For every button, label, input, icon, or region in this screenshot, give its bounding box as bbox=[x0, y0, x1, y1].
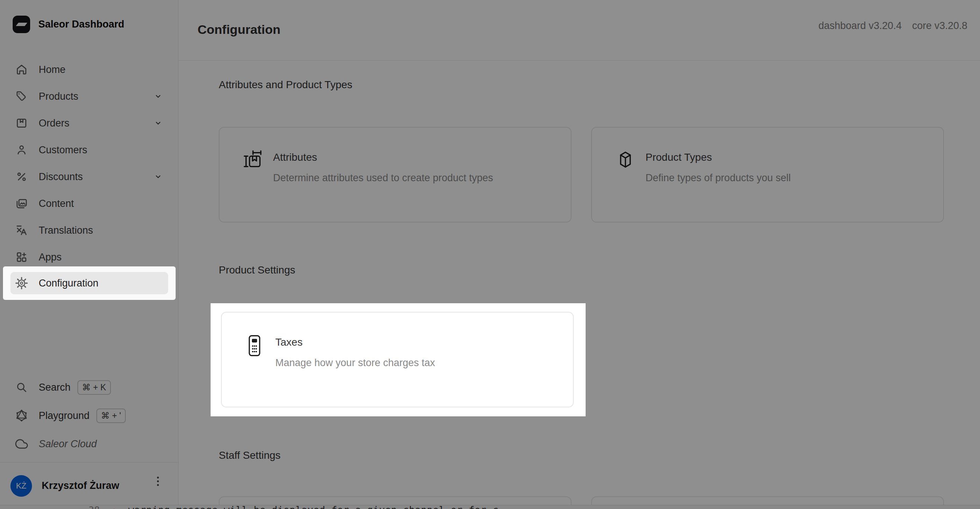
cube-icon bbox=[615, 149, 637, 222]
card-taxes[interactable]: Taxes Manage how your store charges tax bbox=[221, 312, 574, 407]
user-menu[interactable]: KŻ Krzysztof Żuraw bbox=[0, 462, 178, 509]
search-label: Search bbox=[39, 382, 71, 393]
sidebar-item-label: Products bbox=[39, 91, 78, 102]
saleor-cloud-label: Saleor Cloud bbox=[39, 438, 97, 450]
taxes-spotlight: Taxes Manage how your store charges tax bbox=[211, 303, 585, 416]
sidebar-nav: Home Products Orders bbox=[0, 56, 178, 300]
chevron-down-icon[interactable] bbox=[154, 119, 162, 127]
section-title-product-settings: Product Settings bbox=[219, 264, 295, 276]
sidebar-item-label: Home bbox=[39, 64, 65, 76]
chevron-down-icon[interactable] bbox=[154, 173, 162, 180]
tag-icon bbox=[15, 90, 28, 103]
sidebar-item-label: Apps bbox=[39, 251, 62, 263]
warning-icon: ⚠ bbox=[111, 504, 116, 509]
calculator-icon bbox=[245, 334, 267, 407]
version-info: dashboard v3.20.4 core v3.20.8 bbox=[819, 20, 967, 32]
sidebar-item-content[interactable]: Content bbox=[0, 190, 178, 217]
person-icon bbox=[15, 143, 28, 157]
card-product-types[interactable]: Product Types Define types of products y… bbox=[591, 127, 944, 223]
brand-name: Saleor Dashboard bbox=[38, 19, 124, 30]
card-attributes[interactable]: Attributes Determine attributes used to … bbox=[219, 127, 571, 223]
card-description: Define types of products you sell bbox=[646, 172, 791, 183]
sidebar-item-label: Orders bbox=[39, 118, 70, 129]
search-button[interactable]: Search ⌘ + K bbox=[0, 373, 178, 401]
card-title: Product Types bbox=[646, 151, 791, 163]
page-title: Configuration bbox=[197, 22, 280, 37]
sidebar-item-home[interactable]: Home bbox=[0, 56, 178, 83]
sidebar-item-products[interactable]: Products bbox=[0, 83, 178, 110]
sidebar-item-discounts[interactable]: Discounts bbox=[0, 163, 178, 190]
sidebar-item-label: Customers bbox=[39, 144, 88, 156]
sidebar-item-customers[interactable]: Customers bbox=[0, 137, 178, 163]
translate-icon bbox=[15, 224, 28, 237]
sidebar-item-label: Configuration bbox=[39, 278, 99, 289]
card-description: Determine attributes used to create prod… bbox=[273, 172, 493, 183]
sidebar-item-orders[interactable]: Orders bbox=[0, 110, 178, 137]
playground-label: Playground bbox=[39, 410, 90, 422]
search-icon bbox=[15, 381, 28, 394]
package-icon bbox=[15, 116, 28, 130]
percent-icon bbox=[15, 170, 28, 183]
sidebar-item-translations[interactable]: Translations bbox=[0, 217, 178, 244]
cloud-icon bbox=[15, 437, 28, 450]
sidebar-utilities: Search ⌘ + K Playground ⌘ + ' Saleor Clo… bbox=[0, 373, 178, 458]
playground-button[interactable]: Playground ⌘ + ' bbox=[0, 401, 178, 430]
dashboard-version: dashboard v3.20.4 bbox=[819, 20, 902, 32]
bottom-clipped-content: 38 ⚠ warning message will be displayed f… bbox=[0, 505, 980, 509]
playground-shortcut-badge: ⌘ + ' bbox=[96, 409, 126, 423]
strip-text: warning message will be displayed for a … bbox=[128, 504, 498, 509]
saleor-cloud-link[interactable]: Saleor Cloud bbox=[0, 430, 178, 458]
sidebar-item-label: Content bbox=[39, 198, 74, 210]
chevron-down-icon[interactable] bbox=[154, 93, 162, 100]
sidebar-item-configuration[interactable]: Configuration bbox=[10, 272, 168, 294]
section-title-attributes-product-types: Attributes and Product Types bbox=[219, 79, 352, 91]
gear-icon bbox=[15, 277, 28, 290]
brand[interactable]: Saleor Dashboard bbox=[0, 0, 178, 33]
strip-line-number: 38 bbox=[89, 504, 100, 509]
avatar: KŻ bbox=[10, 475, 32, 497]
card-title: Taxes bbox=[275, 336, 435, 348]
search-shortcut-badge: ⌘ + K bbox=[77, 380, 111, 395]
main-content: Configuration dashboard v3.20.4 core v3.… bbox=[178, 0, 980, 509]
sidebar: Saleor Dashboard Home Products bbox=[0, 0, 178, 509]
card-description: Manage how your store charges tax bbox=[275, 357, 435, 368]
section-title-staff-settings: Staff Settings bbox=[219, 450, 280, 461]
sidebar-item-label: Translations bbox=[39, 225, 93, 236]
media-folder-icon bbox=[15, 197, 28, 210]
configuration-spotlight: Configuration bbox=[3, 266, 176, 300]
home-icon bbox=[15, 63, 28, 76]
saleor-logo-icon bbox=[13, 16, 30, 33]
saleor-dashboard-app: Saleor Dashboard Home Products bbox=[0, 0, 980, 509]
apps-grid-icon bbox=[15, 250, 28, 264]
attributes-icon bbox=[243, 149, 265, 222]
card-title: Attributes bbox=[273, 151, 493, 163]
kebab-menu-icon[interactable] bbox=[157, 477, 159, 486]
sidebar-item-label: Discounts bbox=[39, 171, 83, 183]
graphql-icon bbox=[15, 409, 28, 422]
page-header: Configuration dashboard v3.20.4 core v3.… bbox=[178, 0, 980, 60]
user-name: Krzysztof Żuraw bbox=[42, 480, 119, 492]
core-version: core v3.20.8 bbox=[912, 20, 967, 32]
